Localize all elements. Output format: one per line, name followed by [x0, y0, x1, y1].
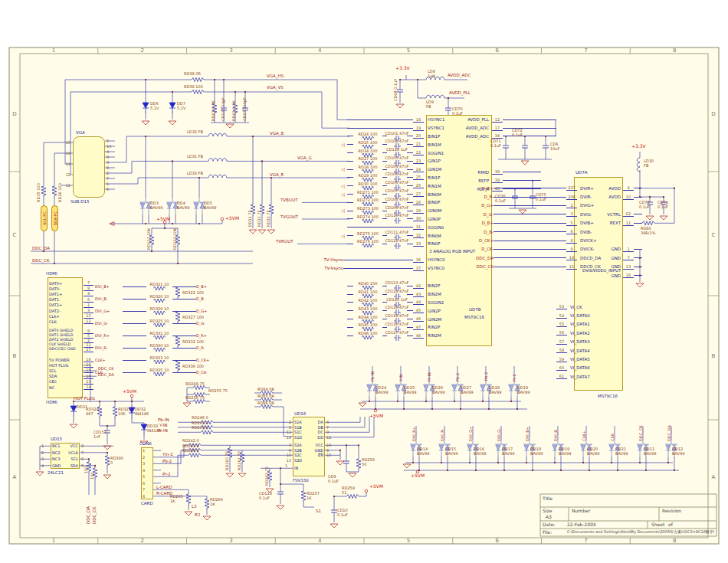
pin-number: 14	[566, 255, 577, 260]
net-label: TV-Vsync	[305, 266, 343, 270]
wire	[347, 294, 353, 295]
pin-name: VI_DATA2	[567, 331, 590, 336]
pin-number: 17	[84, 347, 93, 352]
vga-pin-number: 15	[54, 137, 71, 148]
diode-ref: DD25 BAV99	[404, 386, 416, 394]
schematic-sheet: 12345678 12345678 DCBA DCBA VGA SUB-D15 …	[0, 0, 728, 563]
cd74-label: CD74 0.1uF	[657, 201, 668, 209]
wire	[494, 223, 566, 224]
net-label: CLK-	[610, 433, 615, 441]
net-label: D_B+	[458, 221, 494, 225]
pin-name: BIN2P	[424, 283, 492, 288]
zone-col-label: 1	[9, 47, 98, 54]
series-resistor: RD27 100	[353, 157, 382, 165]
pin-number: 6	[84, 297, 93, 303]
vga-pin-number: 13	[54, 159, 71, 169]
diode-array-1: Pb-IN DD24 BAV99 Y-IN DD25 BAV99 Pr-IN D…	[360, 354, 530, 408]
pin-row: 53 VI_CK	[556, 303, 618, 311]
pin-name: SCL	[49, 368, 84, 373]
pin-number: 18	[84, 357, 93, 362]
pin-name: SCL	[64, 456, 78, 463]
net-label: Pb-IN	[370, 372, 375, 381]
pb-in-net: Pb-IN	[158, 417, 169, 422]
adc-row: RD27 100 CD103 47nF 23 GIN1P	[341, 157, 492, 165]
pin-row: GND 16	[584, 271, 654, 280]
net-label: DDC_CK	[638, 426, 643, 441]
wire	[407, 319, 413, 319]
wire	[123, 348, 146, 349]
series-resistor: RD45 100	[353, 323, 382, 331]
vga-r-net: VGA_R	[270, 172, 284, 177]
wire	[347, 185, 353, 186]
left-arrow-icon: ◁	[341, 208, 347, 213]
pin-number: 6	[81, 456, 89, 463]
pin-name: DAT2+	[49, 303, 84, 307]
diode-ref: DD19 BAV99	[559, 447, 571, 456]
rd123-label: RD123 10K	[173, 228, 178, 250]
shunt-resistor: RD327 100	[175, 311, 204, 323]
pin-number: 5	[566, 221, 577, 226]
rd80-label: RD80 39R/1%	[641, 227, 655, 235]
wire	[634, 249, 642, 250]
pin-name: GIN1P	[424, 159, 492, 163]
wire	[407, 327, 413, 328]
r100-label: 100	[90, 472, 95, 480]
wire	[347, 286, 353, 286]
ud7b-part: MST9C16	[464, 315, 484, 319]
protection-diode: DVI_B- DD19 BAV99	[543, 414, 572, 467]
ud7b-ref: UD7B	[469, 307, 481, 312]
pin-name: RIN2M	[424, 333, 492, 338]
ud16-pwr-numbers: 16815	[326, 443, 336, 458]
protection-diode: DVI_B+ DD18 BAV99	[515, 414, 543, 467]
pin-number: 8	[566, 238, 577, 244]
pin-row: SDA 16	[49, 374, 93, 379]
pin-name: RIN2P	[424, 325, 492, 329]
pin-number: 22	[413, 150, 424, 155]
pin-number: 24	[413, 167, 424, 172]
zone-col-label: 5	[364, 47, 453, 54]
avdd-adc-net: AVDD_ADC	[448, 73, 471, 77]
y-in-net: Y-IN	[159, 423, 167, 427]
pin-number: 15	[566, 264, 577, 270]
adc-row: ◁ RD25 100 CD102 47nF 21 BIN1M	[341, 140, 492, 149]
vga-pin-number: 12	[54, 169, 71, 180]
pin-name: DAT0-	[49, 286, 84, 291]
pin-number: 6	[566, 229, 577, 234]
pin-number: 45	[413, 308, 424, 313]
pin-number: 19	[84, 362, 93, 368]
wire	[634, 223, 642, 224]
pin-number: 10	[623, 195, 634, 200]
pin-number: 53	[556, 304, 567, 309]
wire	[347, 161, 353, 162]
net-label: DVI_R+	[95, 333, 123, 338]
pin-number: 31	[413, 224, 424, 230]
net-label: CLK+	[95, 358, 123, 362]
titleblock-size-value: A3	[546, 514, 552, 519]
left-arrow-icon: ◁	[341, 167, 347, 172]
vga-pin-number: 10	[107, 144, 116, 149]
wire	[380, 128, 413, 129]
net-label: DVI_G+	[95, 309, 123, 313]
pin-number: 12	[84, 319, 93, 324]
wire	[380, 119, 413, 120]
net-label: Pb-2	[455, 373, 460, 381]
series-resistor: RD271 100	[353, 191, 382, 198]
con8-part: CARD	[141, 501, 153, 506]
zone-col-label: 7	[542, 538, 631, 544]
ud16-ref: UD16	[294, 411, 306, 416]
pin-name: SOGIN1	[424, 151, 492, 155]
series-resistor: RD326 10	[146, 307, 172, 315]
ld30-label: LD30 FB	[644, 159, 654, 168]
wire	[634, 257, 642, 258]
rd35-label: RD35 100	[37, 183, 41, 202]
rd265-label: RD265 1K	[170, 495, 183, 503]
shunt-resistor: RD322 100	[175, 286, 204, 299]
wire	[347, 194, 353, 195]
pin-row: DDC/CEC GND 17	[49, 347, 93, 352]
pin-name: VI_DATA6	[567, 365, 590, 370]
protection-diode: DVI_R+ DD14 BAV99	[402, 414, 430, 467]
pin-number: 26	[413, 183, 424, 188]
wire	[407, 136, 413, 136]
wire	[347, 235, 353, 236]
vga-part: SUB-D15	[71, 199, 90, 204]
